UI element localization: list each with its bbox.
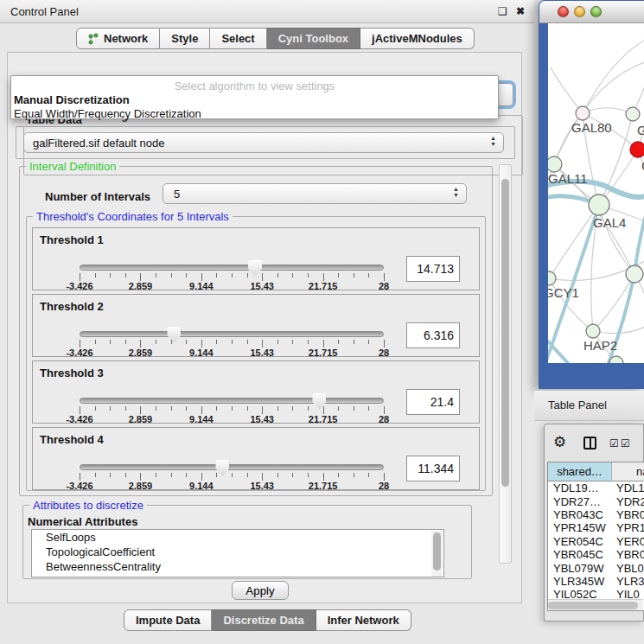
tick-label: 15.43 xyxy=(250,481,274,491)
network-edge xyxy=(583,40,644,113)
attributes-list-scrollbar[interactable] xyxy=(431,531,443,577)
tab-cyni-toolbox[interactable]: Cyni Toolbox xyxy=(267,28,360,49)
name-cell: YER0 xyxy=(612,535,644,548)
shared-name-cell: YBL079W xyxy=(548,562,612,575)
tab-network[interactable]: Network xyxy=(76,28,160,49)
threshold-panel-1: Threshold 1-3.4262.8599.14415.4321.71528… xyxy=(32,227,480,290)
slider-track[interactable] xyxy=(80,464,384,470)
close-icon[interactable]: ✖ xyxy=(516,5,525,17)
column-header-name[interactable]: na xyxy=(612,462,644,481)
minimize-traffic-light-icon[interactable] xyxy=(574,6,585,17)
slider-track[interactable] xyxy=(80,331,384,337)
table-row[interactable]: YER054CYER0 xyxy=(548,535,644,548)
control-panel-titlebar: Control Panel ❑ ✖ xyxy=(0,0,534,23)
attribute-item[interactable]: SelfLoops xyxy=(32,530,443,545)
gear-icon[interactable]: ⚙ xyxy=(553,433,566,451)
attribute-item[interactable]: TopologicalCoefficient xyxy=(32,545,443,559)
split-columns-icon[interactable] xyxy=(583,437,596,450)
tick-label: 15.43 xyxy=(250,348,274,358)
network-node[interactable] xyxy=(548,271,556,285)
tick-label: 9.144 xyxy=(189,481,214,491)
tick-label: 9.144 xyxy=(189,348,214,358)
slider-track[interactable] xyxy=(80,265,384,271)
tick-label: 28 xyxy=(379,348,389,358)
table-panel-title: Table Panel xyxy=(548,399,607,411)
tick-label: -3.426 xyxy=(66,481,92,491)
dropdown-option-manual[interactable]: Manual Discretization xyxy=(14,93,497,106)
network-node[interactable] xyxy=(548,156,562,172)
numerical-attributes-list[interactable]: SelfLoopsTopologicalCoefficientBetweenne… xyxy=(31,529,444,577)
tab-select[interactable]: Select xyxy=(210,28,266,49)
threshold-value-field[interactable]: 11.344 xyxy=(406,456,460,481)
dropdown-option-equal-width[interactable]: Equal Width/Frequency Discretization xyxy=(14,107,497,120)
node-table[interactable]: shared… na YDL19…YDL1YDR27…YDR2YBR043CYB… xyxy=(547,462,644,611)
shared-name-cell: YLR345W xyxy=(548,575,612,588)
tab-discretize-data[interactable]: Discretize Data xyxy=(212,609,316,631)
tick-label: 28 xyxy=(379,281,389,291)
network-node-label: GA xyxy=(637,123,644,137)
threshold-label: Threshold 4 xyxy=(40,433,104,446)
scrollbar-thumb[interactable] xyxy=(548,602,638,609)
combo-arrows-icon: ▲▼ xyxy=(490,135,496,147)
number-of-intervals-spinner[interactable]: 5 ▲▼ xyxy=(163,183,467,204)
network-canvas[interactable]: GAL80GACGAL11GAL4GCY1HHAP2 xyxy=(548,23,644,363)
name-cell: YBR0 xyxy=(612,548,644,561)
dropdown-hint: Select algorithm to view settings xyxy=(11,80,498,92)
name-cell: YDL1 xyxy=(612,481,644,494)
network-node-label: GAL4 xyxy=(593,215,626,230)
tick-label: 9.144 xyxy=(189,414,214,424)
apply-button[interactable]: Apply xyxy=(232,581,289,600)
network-edge xyxy=(583,108,633,114)
table-row[interactable]: YBL079WYBL0 xyxy=(548,561,644,574)
network-node[interactable] xyxy=(586,324,600,338)
number-of-intervals-label: Number of Intervals xyxy=(45,190,150,203)
threshold-value-field[interactable]: 14.713 xyxy=(406,256,460,282)
panel-vertical-scrollbar[interactable] xyxy=(499,164,512,564)
bottom-tab-bar: Impute DataDiscretize DataInfer Network xyxy=(124,609,411,630)
zoom-traffic-light-icon[interactable] xyxy=(590,6,602,17)
tick-label: 2.859 xyxy=(129,348,153,358)
scrollbar-thumb[interactable] xyxy=(501,179,509,487)
network-node[interactable] xyxy=(626,107,640,121)
table-row[interactable]: YDR27…YDR2 xyxy=(548,494,644,507)
tick-label: 2.859 xyxy=(129,281,153,291)
network-node-label: GCY1 xyxy=(548,285,579,300)
threshold-value-field[interactable]: 6.316 xyxy=(406,322,460,348)
thresholds-group: Threshold's Coordinates for 5 Intervals … xyxy=(26,216,486,491)
table-data-combo[interactable]: galFiltered.sif default node ▲▼ xyxy=(23,132,504,153)
close-traffic-light-icon[interactable] xyxy=(558,6,569,17)
scrollbar-thumb[interactable] xyxy=(433,532,441,571)
tab-impute-data[interactable]: Impute Data xyxy=(124,609,212,631)
network-node[interactable] xyxy=(630,142,644,157)
table-row[interactable]: YBR043CYBR0 xyxy=(548,508,644,521)
checkbox-icon[interactable]: ☑ xyxy=(621,437,630,450)
network-node[interactable] xyxy=(589,194,609,215)
table-horizontal-scrollbar[interactable] xyxy=(548,599,643,610)
table-row[interactable]: YBR045CYBR0 xyxy=(548,548,644,561)
tick-label: 28 xyxy=(379,481,389,491)
tab-jactivemnodules[interactable]: jActiveMNodules xyxy=(360,28,475,49)
tick-label: 9.144 xyxy=(189,281,214,291)
table-row[interactable]: YDL19…YDL1 xyxy=(548,481,644,494)
network-node[interactable] xyxy=(576,106,590,120)
table-row[interactable]: YPR145WYPR1 xyxy=(548,521,644,534)
table-data-combo-value: galFiltered.sif default node xyxy=(33,137,164,150)
tick-label: 15.43 xyxy=(250,281,274,291)
attribute-item[interactable]: BetweennessCentrality xyxy=(32,559,443,574)
name-cell: YDR2 xyxy=(612,495,644,508)
column-header-shared-name[interactable]: shared… xyxy=(548,462,612,481)
tab-label: Cyni Toolbox xyxy=(278,32,348,45)
slider-tick-labels: -3.4262.8599.14415.4321.71528 xyxy=(80,348,384,358)
shared-name-cell: YDL19… xyxy=(548,481,612,494)
tick-label: -3.426 xyxy=(66,281,92,291)
checkbox-icon[interactable]: ☑ xyxy=(609,437,619,450)
threshold-value-field[interactable]: 21.4 xyxy=(406,389,460,415)
tab-style[interactable]: Style xyxy=(160,28,210,49)
network-node[interactable] xyxy=(626,265,643,283)
float-window-icon[interactable]: ❑ xyxy=(498,5,507,17)
slider-track[interactable] xyxy=(80,398,384,404)
threshold-label: Threshold 2 xyxy=(40,300,104,313)
tab-infer-network[interactable]: Infer Network xyxy=(316,609,411,631)
network-node-label: HAP2 xyxy=(583,338,617,353)
table-row[interactable]: YLR345WYLR3 xyxy=(548,575,644,588)
